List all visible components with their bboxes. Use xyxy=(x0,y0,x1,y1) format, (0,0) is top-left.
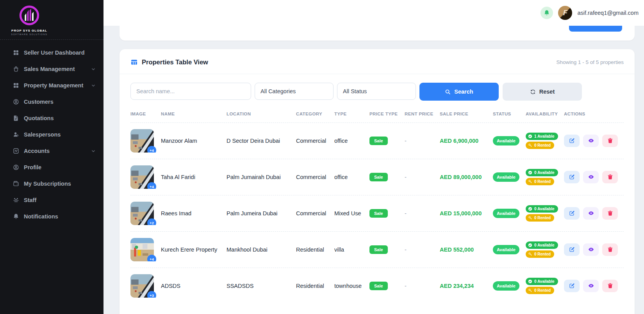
row-actions xyxy=(564,243,624,256)
edit-button[interactable] xyxy=(564,207,580,220)
edit-icon xyxy=(569,210,575,216)
edit-button[interactable] xyxy=(564,171,580,183)
status-badge: Available xyxy=(493,245,519,254)
trash-icon xyxy=(607,210,613,216)
bell-icon xyxy=(544,10,550,16)
check-circle-icon xyxy=(528,279,532,284)
search-input[interactable] xyxy=(130,83,251,100)
sale-price: AED 234,234 xyxy=(440,283,493,289)
view-button[interactable] xyxy=(583,135,599,147)
sidebar-item-salespersons[interactable]: Salespersons xyxy=(0,126,103,143)
check-circle-icon xyxy=(528,170,532,175)
sidebar-item-label: My Subscriptions xyxy=(24,181,71,187)
property-thumbnail[interactable]: +2 xyxy=(130,202,154,225)
view-button[interactable] xyxy=(583,207,599,220)
primary-action-button-partial[interactable] xyxy=(569,26,622,32)
brand-tagline: SOFTWARE SOLUTIONS xyxy=(11,33,47,35)
sidebar-item-seller-user-dashboard[interactable]: Seller User Dashboard xyxy=(0,44,103,61)
sidebar-item-label: Notifications xyxy=(24,213,58,220)
salesperson-icon xyxy=(13,131,19,138)
eye-icon xyxy=(588,210,594,216)
view-button[interactable] xyxy=(583,171,599,183)
property-location: Palm Jumeira Dubai xyxy=(227,210,296,216)
available-pill: 0 Available xyxy=(526,278,558,285)
key-icon xyxy=(528,252,532,256)
properties-table-card: Properties Table View Showing 1 - 5 of 5… xyxy=(120,49,635,314)
edit-icon xyxy=(569,174,575,180)
availability-cell: 0 Available 0 Rented xyxy=(526,241,564,258)
view-button[interactable] xyxy=(583,243,599,256)
rented-pill: 0 Rented xyxy=(526,287,554,294)
chevron-down-icon xyxy=(91,149,96,153)
property-thumbnail[interactable]: +3 xyxy=(130,274,154,298)
sidebar-item-label: Seller User Dashboard xyxy=(24,50,85,56)
brand-name: PROP SYS GLOBAL xyxy=(11,29,47,32)
availability-cell: 0 Available 0 Rented xyxy=(526,169,564,185)
sidebar-item-label: Salespersons xyxy=(24,131,61,138)
row-actions xyxy=(564,171,624,183)
col-image: IMAGE xyxy=(130,112,161,116)
edit-icon xyxy=(569,138,575,144)
chevron-down-icon xyxy=(91,67,96,71)
property-location: Palm Jumairah Dubai xyxy=(227,174,296,180)
notification-bell-button[interactable] xyxy=(541,7,553,19)
card-header: Properties Table View Showing 1 - 5 of 5… xyxy=(120,49,635,74)
edit-button[interactable] xyxy=(564,280,580,292)
bag-icon xyxy=(13,66,19,72)
reset-button[interactable]: Reset xyxy=(503,83,582,101)
col-actions: ACTIONS xyxy=(564,112,624,116)
edit-button[interactable] xyxy=(564,243,580,256)
sidebar-item-property-management[interactable]: Property Management xyxy=(0,77,103,94)
grid-icon xyxy=(13,50,19,56)
status-select[interactable]: All Status xyxy=(337,83,416,100)
property-category: Commercial xyxy=(296,210,334,216)
sidebar-item-customers[interactable]: Customers xyxy=(0,94,103,110)
brand-logo-block[interactable]: PROP SYS GLOBAL SOFTWARE SOLUTIONS xyxy=(0,0,103,40)
sidebar: PROP SYS GLOBAL SOFTWARE SOLUTIONS Selle… xyxy=(0,0,103,314)
row-actions xyxy=(564,280,624,292)
edit-button[interactable] xyxy=(564,135,580,147)
property-type: office xyxy=(334,174,369,180)
status-badge: Available xyxy=(493,172,519,182)
card-title-row: Properties Table View xyxy=(130,59,208,66)
delete-button[interactable] xyxy=(602,243,618,256)
delete-button[interactable] xyxy=(602,171,618,183)
property-thumbnail[interactable]: +4 xyxy=(130,129,154,153)
edit-icon xyxy=(569,247,575,252)
user-avatar[interactable]: F xyxy=(558,6,572,20)
trash-icon xyxy=(607,138,613,144)
property-name: Manzoor Alam xyxy=(161,138,227,144)
property-name: ADSDS xyxy=(161,283,227,289)
property-location: Mankhool Dubai xyxy=(227,247,296,253)
property-thumbnail[interactable]: +4 xyxy=(130,238,154,261)
sidebar-item-label: Property Management xyxy=(24,82,83,89)
sidebar-item-accounts[interactable]: Accounts xyxy=(0,143,103,159)
user-circle-icon xyxy=(13,164,19,170)
sidebar-item-notifications[interactable]: Notifications xyxy=(0,208,103,225)
sidebar-item-profile[interactable]: Profile xyxy=(0,159,103,176)
check-circle-icon xyxy=(528,243,532,247)
table-icon xyxy=(130,59,138,66)
view-button[interactable] xyxy=(583,280,599,292)
delete-button[interactable] xyxy=(602,207,618,220)
content-area: Properties Table View Showing 1 - 5 of 5… xyxy=(103,26,644,314)
table-row: +3 ADSDS SSADSDS Residential townhouse S… xyxy=(120,268,635,304)
col-type: TYPE xyxy=(334,112,369,116)
key-icon xyxy=(528,143,532,147)
chevron-down-icon xyxy=(91,83,96,88)
sidebar-item-staff[interactable]: Staff xyxy=(0,192,103,208)
reset-button-label: Reset xyxy=(539,89,555,95)
sidebar-item-quotations[interactable]: Quotations xyxy=(0,110,103,126)
table-header-row: IMAGE NAME LOCATION CATEGORY TYPE PRICE … xyxy=(120,105,635,122)
delete-button[interactable] xyxy=(602,135,618,147)
row-actions xyxy=(564,207,624,220)
top-header: F asif.rafeeq1@gmail.com xyxy=(103,0,644,26)
delete-button[interactable] xyxy=(602,280,618,292)
sidebar-item-sales-management[interactable]: Sales Management xyxy=(0,61,103,77)
sidebar-item-my-subscriptions[interactable]: My Subscriptions xyxy=(0,176,103,192)
category-select[interactable]: All Categories xyxy=(255,83,334,100)
property-name: Taha Al Faridi xyxy=(161,174,227,180)
property-thumbnail[interactable]: +4 xyxy=(130,165,154,189)
status-badge: Available xyxy=(493,281,519,291)
search-button[interactable]: Search xyxy=(419,83,499,101)
